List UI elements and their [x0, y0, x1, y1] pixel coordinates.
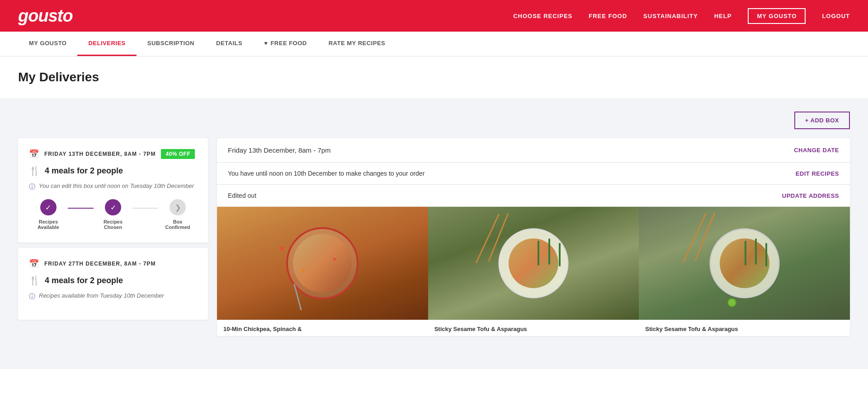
top-navigation: gousto CHOOSE RECIPES FREE FOOD SUSTAINA… [0, 0, 868, 32]
tab-free-food[interactable]: ♥ FREE FOOD [253, 32, 318, 56]
meals-count-2: 4 meals for 2 people [45, 276, 123, 285]
meals-row-1: 🍴 4 meals for 2 people [29, 165, 197, 176]
step-recipes-chosen: ✓ RecipesChosen [94, 199, 132, 230]
nav-choose-recipes[interactable]: CHOOSE RECIPES [513, 13, 572, 19]
add-box-row: + ADD BOX [18, 112, 850, 129]
step-label-3: BoxConfirmed [165, 219, 190, 230]
info-text-2: Recipes available from Tuesday 10th Dece… [39, 292, 164, 299]
heart-icon: ♥ [264, 40, 268, 47]
recipe-name-2: Sticky Sesame Tofu & Asparagus [428, 320, 639, 336]
recipe-card-1[interactable]: 10-Min Chickpea, Spinach & [217, 207, 428, 336]
recipe-image-1 [217, 207, 428, 320]
step-connector-1 [68, 208, 94, 209]
page-title: My Deliveries [18, 70, 850, 84]
delivery-detail-panel: Friday 13th December, 8am - 7pm CHANGE D… [217, 138, 850, 336]
tab-subscription[interactable]: SUBSCRIPTION [137, 32, 205, 56]
info-row-1: ⓘ You can edit this box until noon on Tu… [29, 182, 197, 191]
recipe-card-3[interactable]: Sticky Sesame Tofu & Asparagus [639, 207, 850, 336]
step-circle-3: ❯ [170, 199, 186, 215]
change-date-link[interactable]: CHANGE DATE [794, 147, 839, 154]
nav-free-food[interactable]: FREE FOOD [589, 13, 627, 19]
delivery-date-1: FRIDAY 13TH DECEMBER, 8am - 7pm [44, 151, 156, 157]
recipe-images-row: 10-Min Chickpea, Spinach & [217, 207, 850, 336]
recipe-image-3 [639, 207, 850, 320]
step-circle-1: ✓ [40, 199, 57, 215]
step-circle-2: ✓ [105, 199, 121, 215]
fork-knife-icon-1: 🍴 [29, 165, 40, 176]
step-label-1: RecipesAvailable [38, 219, 59, 230]
top-nav-links: CHOOSE RECIPES FREE FOOD SUSTAINABILITY … [513, 8, 850, 24]
delivery-card-2: 📅 FRIDAY 27TH DECEMBER, 8am - 7pm 🍴 4 me… [18, 248, 208, 320]
step-label-2: RecipesChosen [104, 219, 123, 230]
delivery-date-row-2: 📅 FRIDAY 27TH DECEMBER, 8am - 7pm [29, 259, 197, 269]
tab-details[interactable]: DETAILS [205, 32, 253, 56]
calendar-icon-1: 📅 [29, 149, 39, 159]
steps-row-1: ✓ RecipesAvailable ✓ RecipesChosen ❯ Box… [29, 199, 197, 230]
tab-deliveries[interactable]: DELIVERIES [77, 32, 136, 56]
step-recipes-available: ✓ RecipesAvailable [29, 199, 68, 230]
discount-badge-1: 40% OFF [161, 149, 195, 159]
delivery-cards-column: 📅 FRIDAY 13TH DECEMBER, 8am - 7pm 40% OF… [18, 138, 208, 320]
recipe-name-1: 10-Min Chickpea, Spinach & [217, 320, 428, 336]
calendar-icon-2: 📅 [29, 259, 39, 269]
tab-rate-my-recipes[interactable]: RATE MY RECIPES [318, 32, 396, 56]
deliveries-main: 📅 FRIDAY 13TH DECEMBER, 8am - 7pm 40% OF… [18, 138, 850, 336]
update-address-link[interactable]: UPDATE ADDRESS [782, 192, 839, 199]
delivery-date-row-1: 📅 FRIDAY 13TH DECEMBER, 8am - 7pm 40% OF… [29, 149, 197, 159]
meals-row-2: 🍴 4 meals for 2 people [29, 275, 197, 286]
detail-edit-info: You have until noon on 10th December to … [228, 170, 425, 177]
address-status: Edited out [228, 192, 256, 199]
info-text-1: You can edit this box until noon on Tues… [39, 182, 194, 189]
deliveries-section: + ADD BOX 📅 FRIDAY 13TH DECEMBER, 8am - … [0, 98, 868, 369]
nav-sustainability[interactable]: SUSTAINABILITY [643, 13, 698, 19]
edit-recipes-link[interactable]: EDIT RECIPES [796, 170, 839, 177]
nav-logout[interactable]: LOGOUT [822, 13, 850, 19]
detail-date-text: Friday 13th December, 8am - 7pm [228, 146, 331, 154]
delivery-date-2: FRIDAY 27TH DECEMBER, 8am - 7pm [44, 261, 156, 267]
recipe-card-2[interactable]: Sticky Sesame Tofu & Asparagus [428, 207, 639, 336]
info-icon-1: ⓘ [29, 183, 35, 191]
recipe-name-3: Sticky Sesame Tofu & Asparagus [639, 320, 850, 336]
meals-count-1: 4 meals for 2 people [45, 166, 123, 176]
step-box-confirmed: ❯ BoxConfirmed [158, 199, 197, 230]
detail-address-row: Edited out UPDATE ADDRESS [217, 185, 850, 207]
detail-edit-row: You have until noon on 10th December to … [217, 163, 850, 185]
page-header: My Deliveries [0, 56, 868, 98]
info-icon-2: ⓘ [29, 293, 35, 301]
gousto-logo[interactable]: gousto [18, 6, 73, 26]
step-connector-2 [132, 208, 158, 209]
detail-date-row: Friday 13th December, 8am - 7pm CHANGE D… [217, 138, 850, 163]
sub-navigation: MY GOUSTO DELIVERIES SUBSCRIPTION DETAIL… [0, 32, 868, 56]
recipe-image-2 [428, 207, 639, 320]
fork-knife-icon-2: 🍴 [29, 275, 40, 286]
nav-help[interactable]: HELP [714, 13, 732, 19]
nav-my-gousto-button[interactable]: MY GOUSTO [748, 8, 806, 24]
add-box-button[interactable]: + ADD BOX [794, 112, 850, 129]
tab-my-gousto[interactable]: MY GOUSTO [18, 32, 77, 56]
info-row-2: ⓘ Recipes available from Tuesday 10th De… [29, 292, 197, 301]
delivery-card-1: 📅 FRIDAY 13TH DECEMBER, 8am - 7pm 40% OF… [18, 138, 208, 243]
